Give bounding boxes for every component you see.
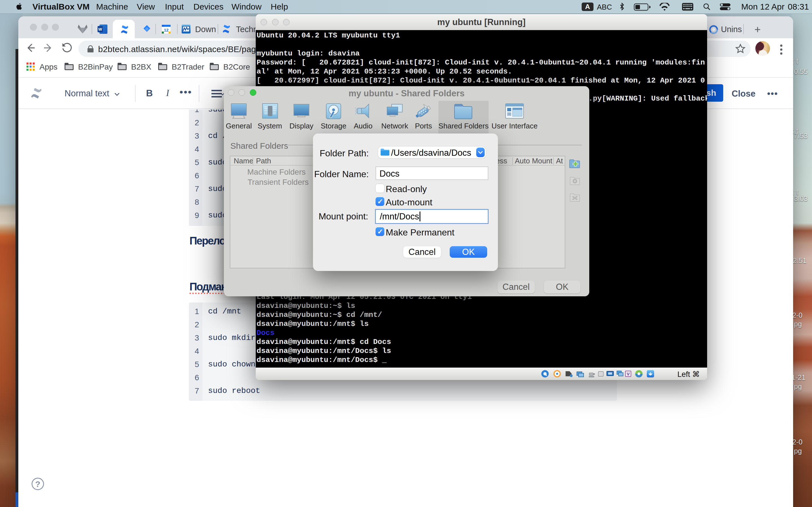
svg-text:W: W bbox=[98, 27, 102, 32]
svg-text:V: V bbox=[627, 372, 629, 376]
svg-text:12: 12 bbox=[164, 27, 168, 33]
